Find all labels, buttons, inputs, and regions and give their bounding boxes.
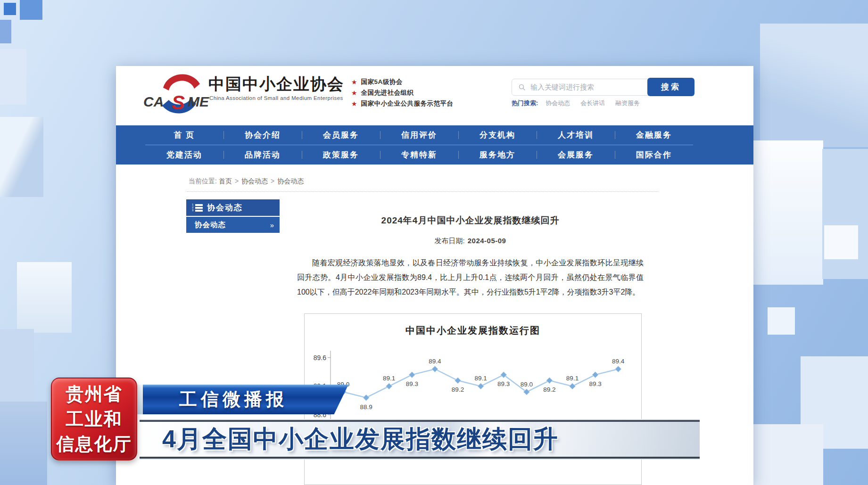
svg-text:89.2: 89.2 xyxy=(543,386,555,393)
svg-text:89.6: 89.6 xyxy=(314,354,326,362)
nav-item[interactable]: 金融服务 xyxy=(615,125,693,145)
logo-red-swirl xyxy=(163,74,200,90)
background-cube xyxy=(0,117,43,197)
breadcrumb-link[interactable]: 协会动态 xyxy=(241,177,268,185)
sidebar: 1 2 3 协会动态 协会动态 » xyxy=(186,199,280,233)
background-cube xyxy=(4,3,16,15)
station-badge-line: 信息化厅 xyxy=(57,432,132,457)
sidebar-item-label: 协会动态 xyxy=(195,220,226,230)
sidebar-header[interactable]: 1 2 3 协会动态 xyxy=(186,199,280,217)
station-badge: 贵州省工业和信息化厅 xyxy=(51,378,137,460)
background-cube xyxy=(824,225,858,259)
breadcrumb-label: 当前位置: xyxy=(189,177,217,186)
background-cube xyxy=(0,329,34,404)
nav-item[interactable]: 政策服务 xyxy=(302,145,380,164)
nav-item[interactable]: 党建活动 xyxy=(145,145,223,164)
search-icon xyxy=(519,84,526,91)
breadcrumb-separator: > xyxy=(271,177,274,185)
background-cube xyxy=(17,262,72,333)
nav-row-1: 首 页协会介绍会员服务信用评价分支机构人才培训金融服务 xyxy=(145,125,693,145)
line-chart-canvas: 89.689.188.689.088.989.189.389.489.289.1… xyxy=(305,314,642,485)
logo-acronym-left: CA xyxy=(143,94,164,109)
hot-search-link[interactable]: 会长讲话 xyxy=(580,99,605,107)
background-cube xyxy=(760,24,868,147)
star-icon: ★ xyxy=(351,78,357,86)
logo-acronym-s: S xyxy=(172,91,185,114)
nav-item[interactable]: 信用评价 xyxy=(380,125,458,145)
nav-item[interactable]: 服务地方 xyxy=(458,145,537,164)
nav-item[interactable]: 会展服务 xyxy=(537,145,615,164)
svg-text:89.1: 89.1 xyxy=(383,375,395,382)
search-input[interactable]: 输入关键词进行搜索 xyxy=(512,79,649,96)
broadcast-frame: CA S ME 中国中小企业协会 China Association of Sm… xyxy=(0,0,868,485)
background-cube xyxy=(0,402,47,485)
breadcrumb-separator: > xyxy=(235,177,239,185)
badge-row: ★全国先进社会组织 xyxy=(351,87,454,98)
headline-text: 4月全国中小企业发展指数继续回升 xyxy=(162,423,559,456)
svg-text:89.4: 89.4 xyxy=(429,358,441,365)
badge-text: 国家5A级协会 xyxy=(361,78,403,86)
badge-row: ★国家中小企业公共服务示范平台 xyxy=(351,98,454,109)
nav-row-2: 党建活动品牌活动政策服务专精特新服务地方会展服务国际合作 xyxy=(145,145,693,164)
hot-search-row: 热门搜索: 协会动态会长讲话融资服务 xyxy=(512,99,650,107)
background-cube xyxy=(20,0,42,20)
background-cube xyxy=(0,20,11,43)
svg-text:89.3: 89.3 xyxy=(497,380,510,387)
station-badge-line: 贵州省 xyxy=(66,382,123,407)
nav-item[interactable]: 首 页 xyxy=(145,125,223,145)
svg-text:89.1: 89.1 xyxy=(474,375,487,382)
breadcrumb-link[interactable]: 协会动态 xyxy=(277,177,304,185)
svg-text:89.3: 89.3 xyxy=(589,380,601,387)
svg-text:89.1: 89.1 xyxy=(566,375,579,382)
article-paragraph: 随着宏观经济政策落地显效，以及春日经济带动服务业持续恢复，中小企业发展指数环比呈… xyxy=(297,255,644,299)
background-cube xyxy=(768,307,795,335)
chart-title: 中国中小企业发展指数运行图 xyxy=(305,324,641,337)
breadcrumb-rule xyxy=(187,191,658,192)
svg-text:88.9: 88.9 xyxy=(360,403,372,411)
svg-text:89.0: 89.0 xyxy=(521,381,533,388)
badge-text: 国家中小企业公共服务示范平台 xyxy=(361,99,454,108)
main-nav: 首 页协会介绍会员服务信用评价分支机构人才培训金融服务 党建活动品牌活动政策服务… xyxy=(116,125,753,164)
sidebar-header-label: 协会动态 xyxy=(207,202,243,213)
site-header: CA S ME 中国中小企业协会 China Association of Sm… xyxy=(116,66,753,125)
star-icon: ★ xyxy=(351,100,357,107)
search-placeholder: 输入关键词进行搜索 xyxy=(530,83,594,92)
breadcrumb-link[interactable]: 首页 xyxy=(219,177,232,185)
hot-search-link[interactable]: 融资服务 xyxy=(615,99,640,107)
nav-item[interactable]: 国际合作 xyxy=(615,145,693,164)
nav-item[interactable]: 协会介绍 xyxy=(223,125,302,145)
badge-list: ★国家5A级协会★全国先进社会组织★国家中小企业公共服务示范平台 xyxy=(351,76,454,109)
nav-item[interactable]: 人才培训 xyxy=(537,125,615,145)
hot-search-links: 协会动态会长讲话融资服务 xyxy=(546,99,650,107)
program-banner: 工信微播报 xyxy=(143,385,348,414)
badge-text: 全国先进社会组织 xyxy=(361,89,414,97)
nav-item[interactable]: 专精特新 xyxy=(380,145,458,164)
double-chevron-icon: » xyxy=(270,221,273,229)
nav-item[interactable]: 分支机构 xyxy=(458,125,537,145)
publish-date-line: 发布日期:2024-05-09 xyxy=(297,237,644,246)
sidebar-item-association-news[interactable]: 协会动态 » xyxy=(186,217,280,233)
numbered-list-icon: 1 2 3 xyxy=(192,204,203,212)
nav-item[interactable]: 会员服务 xyxy=(302,125,380,145)
search-button[interactable]: 搜索 xyxy=(647,78,694,96)
nav-item[interactable]: 品牌活动 xyxy=(223,145,302,164)
hot-search-link[interactable]: 协会动态 xyxy=(546,99,570,107)
index-chart: 89.689.188.689.088.989.189.389.489.289.1… xyxy=(304,313,642,485)
star-icon: ★ xyxy=(351,89,357,97)
badge-row: ★国家5A级协会 xyxy=(351,76,454,87)
breadcrumb-items: 首页>协会动态>协会动态 xyxy=(217,177,306,186)
article-title: 2024年4月中国中小企业发展指数继续回升 xyxy=(297,214,644,227)
site-title: 中国中小企业协会 xyxy=(208,74,344,95)
svg-text:89.4: 89.4 xyxy=(612,358,625,365)
background-cube xyxy=(0,49,26,105)
logo-acronym-right: ME xyxy=(188,94,209,109)
headline-banner: 4月全国中小企业发展指数继续回升 xyxy=(140,420,700,459)
svg-text:89.3: 89.3 xyxy=(406,380,418,387)
svg-text:89.2: 89.2 xyxy=(452,386,464,393)
hot-search-label: 热门搜索: xyxy=(512,99,538,107)
publish-date-value: 2024-05-09 xyxy=(468,237,506,245)
background-cube xyxy=(753,140,823,285)
program-banner-text: 工信微播报 xyxy=(179,387,288,411)
breadcrumb: 当前位置: 首页>协会动态>协会动态 xyxy=(189,177,306,186)
background-cube xyxy=(822,149,868,279)
